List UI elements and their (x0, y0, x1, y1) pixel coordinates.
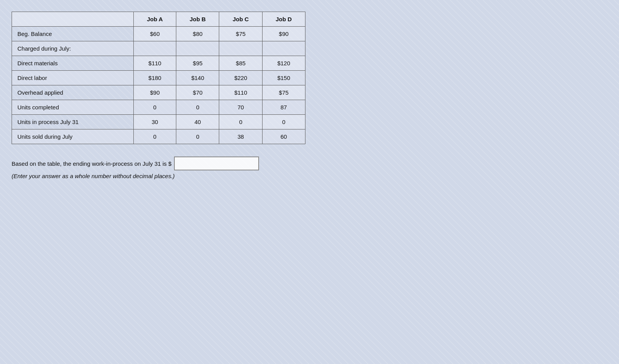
cell-oh-jobD: $75 (262, 85, 305, 100)
table-row: Charged during July: (12, 41, 305, 56)
row-label-direct-materials: Direct materials (12, 56, 134, 71)
cell-uc-jobD: 87 (262, 100, 305, 115)
row-label-overhead: Overhead applied (12, 85, 134, 100)
row-label-direct-labor: Direct labor (12, 71, 134, 85)
table-row: Overhead applied $90 $70 $110 $75 (12, 85, 305, 100)
cell-dm-jobD: $120 (262, 56, 305, 71)
cell-dl-jobD: $150 (262, 71, 305, 85)
cell-oh-jobB: $70 (176, 85, 219, 100)
cell-charged-jobA (133, 41, 176, 56)
cell-charged-jobB (176, 41, 219, 56)
row-label-units-sold: Units sold during July (12, 129, 134, 144)
cell-dl-jobC: $220 (219, 71, 262, 85)
table-row: Units sold during July 0 0 38 60 (12, 129, 305, 144)
col-header-label (12, 12, 134, 27)
cell-dm-jobA: $110 (133, 56, 176, 71)
row-label-units-completed: Units completed (12, 100, 134, 115)
cell-charged-jobC (219, 41, 262, 56)
cell-uc-jobC: 70 (219, 100, 262, 115)
cell-charged-jobD (262, 41, 305, 56)
col-header-jobA: Job A (133, 12, 176, 27)
job-cost-table: Job A Job B Job C Job D Beg. Balance $60… (12, 12, 305, 144)
cell-uc-jobA: 0 (133, 100, 176, 115)
cell-us-jobD: 60 (262, 129, 305, 144)
cell-us-jobC: 38 (219, 129, 262, 144)
row-label-charged: Charged during July: (12, 41, 134, 56)
row-label-units-in-process: Units in process July 31 (12, 115, 134, 129)
cell-dl-jobB: $140 (176, 71, 219, 85)
row-label-beg-balance: Beg. Balance (12, 27, 134, 41)
cell-uip-jobD: 0 (262, 115, 305, 129)
table-row: Units completed 0 0 70 87 (12, 100, 305, 115)
answer-input[interactable] (174, 156, 259, 170)
cell-dm-jobB: $95 (176, 56, 219, 71)
table-row: Direct materials $110 $95 $85 $120 (12, 56, 305, 71)
cell-uc-jobB: 0 (176, 100, 219, 115)
cell-beg-balance-jobD: $90 (262, 27, 305, 41)
cell-dl-jobA: $180 (133, 71, 176, 85)
cell-us-jobA: 0 (133, 129, 176, 144)
col-header-jobC: Job C (219, 12, 262, 27)
cell-uip-jobC: 0 (219, 115, 262, 129)
cell-us-jobB: 0 (176, 129, 219, 144)
cell-beg-balance-jobA: $60 (133, 27, 176, 41)
cell-uip-jobA: 30 (133, 115, 176, 129)
table-row: Units in process July 31 30 40 0 0 (12, 115, 305, 129)
cell-uip-jobB: 40 (176, 115, 219, 129)
table-row: Beg. Balance $60 $80 $75 $90 (12, 27, 305, 41)
page-container: Job A Job B Job C Job D Beg. Balance $60… (8, 8, 309, 183)
col-header-jobB: Job B (176, 12, 219, 27)
question-prefix: Based on the table, the ending work-in-p… (12, 160, 172, 167)
col-header-jobD: Job D (262, 12, 305, 27)
cell-oh-jobC: $110 (219, 85, 262, 100)
cell-beg-balance-jobC: $75 (219, 27, 262, 41)
cell-beg-balance-jobB: $80 (176, 27, 219, 41)
cell-oh-jobA: $90 (133, 85, 176, 100)
table-row: Direct labor $180 $140 $220 $150 (12, 71, 305, 85)
cell-dm-jobC: $85 (219, 56, 262, 71)
answer-note: (Enter your answer as a whole number wit… (12, 173, 175, 179)
bottom-section: Based on the table, the ending work-in-p… (12, 156, 305, 179)
